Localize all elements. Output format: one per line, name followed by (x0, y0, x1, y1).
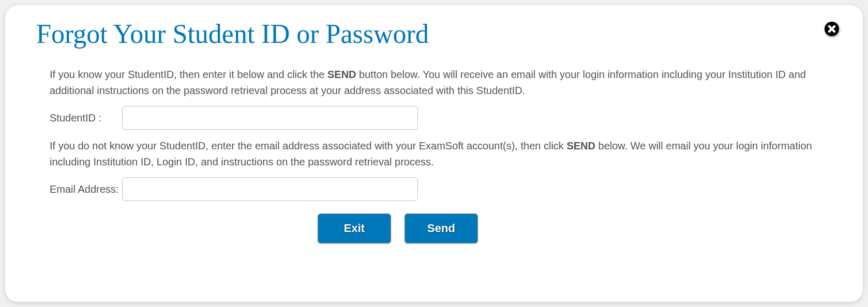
close-icon (824, 21, 840, 37)
student-id-input[interactable] (122, 106, 418, 130)
student-id-description: If you know your StudentID, then enter i… (50, 67, 818, 99)
desc-text: If you know your StudentID, then enter i… (50, 69, 327, 80)
dialog-title: Forgot Your Student ID or Password (36, 19, 832, 49)
send-button[interactable]: Send (405, 213, 478, 243)
dialog-content: If you know your StudentID, then enter i… (36, 67, 832, 243)
email-label: Email Address: (50, 183, 122, 195)
email-input[interactable] (122, 177, 418, 201)
student-id-row: StudentID : (50, 106, 818, 130)
email-row: Email Address: (50, 177, 818, 201)
exit-button[interactable]: Exit (318, 213, 391, 243)
student-id-label: StudentID : (50, 112, 122, 124)
forgot-id-password-dialog: Forgot Your Student ID or Password If yo… (5, 5, 863, 302)
email-description: If you do not know your StudentID, enter… (50, 138, 818, 170)
close-button[interactable] (824, 21, 840, 37)
button-row: Exit Send (50, 213, 818, 243)
desc-strong: SEND (566, 140, 595, 151)
desc-text: If you do not know your StudentID, enter… (50, 140, 566, 151)
desc-strong: SEND (327, 69, 356, 80)
